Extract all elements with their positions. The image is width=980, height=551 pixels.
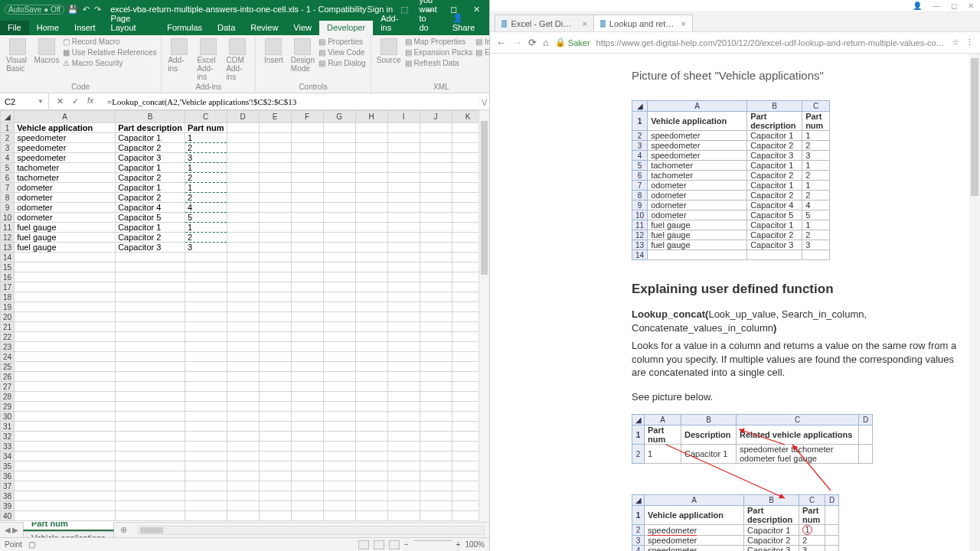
cell[interactable]: Capacitor 4	[116, 203, 185, 213]
cell[interactable]: 1	[185, 163, 227, 173]
row-header[interactable]: 19	[1, 302, 15, 312]
cell[interactable]	[259, 292, 291, 302]
cell[interactable]	[420, 173, 452, 183]
ribbon-tab-developer[interactable]: Developer	[319, 21, 373, 35]
cell[interactable]	[227, 253, 259, 262]
cell[interactable]	[387, 481, 420, 491]
xml-source-button[interactable]: Source	[376, 37, 402, 66]
cell[interactable]	[227, 422, 259, 432]
cell[interactable]	[420, 352, 452, 362]
cell[interactable]	[355, 292, 387, 302]
cell[interactable]	[291, 292, 323, 302]
cell[interactable]	[323, 243, 355, 253]
cell[interactable]	[420, 282, 452, 292]
row-header[interactable]: 3	[1, 143, 15, 153]
cell[interactable]	[259, 442, 291, 452]
cell[interactable]	[355, 322, 387, 332]
cell[interactable]	[355, 442, 387, 452]
vertical-scrollbar[interactable]	[479, 110, 489, 522]
cell[interactable]	[387, 412, 420, 422]
cell[interactable]	[227, 312, 259, 322]
cell[interactable]	[185, 422, 227, 432]
cell[interactable]	[420, 491, 452, 501]
cell[interactable]	[116, 452, 185, 461]
cell[interactable]	[15, 362, 116, 372]
cell[interactable]: 4	[185, 203, 227, 213]
cell[interactable]	[323, 342, 355, 352]
minimize-icon[interactable]: —	[422, 5, 439, 15]
page-layout-view-icon[interactable]	[374, 540, 384, 549]
cell[interactable]	[355, 372, 387, 382]
sheet-nav-prev-icon[interactable]: ◀	[5, 526, 11, 534]
cell[interactable]	[355, 452, 387, 461]
cell[interactable]: Capacitor 5	[116, 213, 185, 223]
cell[interactable]	[185, 332, 227, 342]
cell[interactable]	[291, 302, 323, 312]
row-header[interactable]: 37	[1, 481, 15, 491]
cell[interactable]: Capacitor 3	[116, 153, 185, 163]
cell[interactable]: speedometer	[15, 153, 116, 163]
row-header[interactable]: 23	[1, 342, 15, 352]
cell[interactable]	[420, 213, 452, 223]
cell[interactable]: Capacitor 1	[116, 223, 185, 233]
cell[interactable]	[116, 262, 185, 272]
cell[interactable]	[387, 452, 420, 461]
cell[interactable]	[420, 193, 452, 203]
cell[interactable]	[387, 392, 420, 402]
cell[interactable]	[420, 322, 452, 332]
cell[interactable]	[323, 491, 355, 501]
accept-formula-icon[interactable]: ✓	[70, 96, 80, 106]
cell[interactable]	[420, 372, 452, 382]
cell[interactable]	[355, 173, 387, 183]
cell[interactable]	[291, 511, 323, 521]
cell[interactable]	[227, 193, 259, 203]
cell[interactable]	[185, 491, 227, 501]
cell[interactable]	[420, 312, 452, 322]
cell[interactable]	[15, 332, 116, 342]
cell[interactable]	[185, 272, 227, 282]
cell[interactable]	[355, 491, 387, 501]
cell[interactable]: 1	[185, 183, 227, 193]
cell[interactable]	[355, 123, 387, 133]
cell[interactable]	[387, 272, 420, 282]
cell[interactable]	[227, 332, 259, 342]
cell[interactable]	[15, 412, 116, 422]
cell[interactable]	[15, 262, 116, 272]
cell[interactable]	[116, 272, 185, 282]
forward-icon[interactable]: →	[512, 37, 522, 48]
addins-button[interactable]: Add-ins	[166, 37, 192, 74]
cell[interactable]	[291, 243, 323, 253]
map-properties-button[interactable]: ▤ Map Properties	[405, 37, 473, 47]
cell[interactable]	[291, 193, 323, 203]
com-addins-button[interactable]: COM Add-ins	[224, 37, 250, 83]
autosave-toggle[interactable]: AutoSave ● Off	[5, 5, 64, 15]
cell[interactable]	[387, 372, 420, 382]
cell[interactable]	[387, 193, 420, 203]
cell[interactable]	[323, 253, 355, 262]
page-scrollbar[interactable]	[969, 54, 980, 551]
cell[interactable]	[227, 123, 259, 133]
cell[interactable]	[185, 342, 227, 352]
row-header[interactable]: 21	[1, 322, 15, 332]
cell[interactable]	[259, 123, 291, 133]
cell[interactable]	[291, 332, 323, 342]
cell[interactable]	[116, 461, 185, 471]
cell[interactable]	[323, 213, 355, 223]
cell[interactable]	[323, 412, 355, 422]
cell[interactable]	[15, 501, 116, 511]
security-badge[interactable]: 🔒Saker	[555, 37, 590, 47]
cell[interactable]	[387, 491, 420, 501]
cell[interactable]	[323, 292, 355, 302]
ribbon-options-icon[interactable]: ⬚	[400, 5, 408, 15]
cell[interactable]: 5	[185, 213, 227, 223]
cell[interactable]	[259, 432, 291, 442]
cell[interactable]: Part num	[185, 123, 227, 133]
cell[interactable]	[116, 481, 185, 491]
cell[interactable]	[355, 193, 387, 203]
row-header[interactable]: 10	[1, 213, 15, 223]
worksheet-grid[interactable]: ◢ABCDEFGHIJK1Vehicle applicationPart des…	[0, 110, 489, 522]
macro-record-icon[interactable]: ▢	[28, 540, 35, 549]
cell[interactable]	[227, 402, 259, 412]
cell[interactable]	[15, 452, 116, 461]
cell[interactable]	[355, 243, 387, 253]
